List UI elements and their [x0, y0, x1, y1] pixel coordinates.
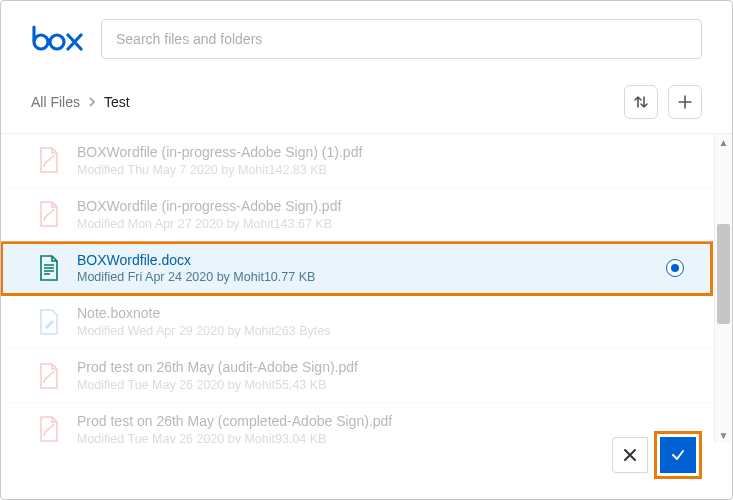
box-logo	[31, 25, 83, 53]
file-row[interactable]: BOXWordfile (in-progress-Adobe Sign).pdf…	[1, 188, 712, 242]
close-icon	[623, 448, 637, 462]
file-meta: Modified Fri Apr 24 2020 by Mohit10.77 K…	[77, 270, 650, 284]
file-icon	[37, 255, 61, 281]
breadcrumb: All Files Test	[31, 94, 130, 110]
file-icon	[37, 416, 61, 442]
file-row-selected[interactable]: BOXWordfile.docxModified Fri Apr 24 2020…	[1, 242, 712, 296]
plus-icon	[677, 94, 693, 110]
file-meta: Modified Mon Apr 27 2020 by Mohit143.67 …	[77, 217, 684, 231]
scroll-up-icon[interactable]: ▲	[715, 134, 732, 150]
svg-point-0	[34, 35, 48, 49]
file-body: Prod test on 26th May (completed-Adobe S…	[77, 413, 684, 443]
file-meta: Modified Thu May 7 2020 by Mohit142.83 K…	[77, 163, 684, 177]
file-list: BOXWordfile (in-progress-Adobe Sign) (1)…	[1, 133, 732, 443]
file-name: BOXWordfile.docx	[77, 252, 650, 269]
confirm-button[interactable]	[660, 437, 696, 473]
file-meta: Modified Tue May 26 2020 by Mohit93.04 K…	[77, 432, 684, 443]
file-meta: Modified Wed Apr 29 2020 by Mohit263 Byt…	[77, 324, 684, 338]
file-icon	[37, 147, 61, 173]
cancel-button[interactable]	[612, 437, 648, 473]
select-radio[interactable]	[666, 259, 684, 277]
scrollbar-thumb[interactable]	[717, 224, 730, 324]
file-name: Prod test on 26th May (completed-Adobe S…	[77, 413, 684, 430]
file-row[interactable]: Prod test on 26th May (audit-Adobe Sign)…	[1, 349, 712, 403]
toolbar: All Files Test	[1, 77, 732, 133]
file-name: BOXWordfile (in-progress-Adobe Sign).pdf	[77, 198, 684, 215]
search-input[interactable]	[101, 19, 702, 59]
file-name: BOXWordfile (in-progress-Adobe Sign) (1)…	[77, 144, 684, 161]
file-body: BOXWordfile (in-progress-Adobe Sign) (1)…	[77, 144, 684, 177]
breadcrumb-current: Test	[104, 94, 130, 110]
scrollbar[interactable]: ▲ ▼	[714, 134, 732, 443]
file-body: BOXWordfile (in-progress-Adobe Sign).pdf…	[77, 198, 684, 231]
file-icon	[37, 363, 61, 389]
file-row[interactable]: Note.boxnoteModified Wed Apr 29 2020 by …	[1, 295, 712, 349]
file-body: BOXWordfile.docxModified Fri Apr 24 2020…	[77, 252, 650, 285]
svg-point-1	[50, 35, 64, 49]
add-button[interactable]	[668, 85, 702, 119]
file-row[interactable]: BOXWordfile (in-progress-Adobe Sign) (1)…	[1, 134, 712, 188]
footer-actions	[612, 431, 702, 479]
file-icon	[37, 201, 61, 227]
file-body: Note.boxnoteModified Wed Apr 29 2020 by …	[77, 305, 684, 338]
breadcrumb-root[interactable]: All Files	[31, 94, 80, 110]
scroll-down-icon[interactable]: ▼	[715, 427, 732, 443]
file-icon	[37, 309, 61, 335]
chevron-right-icon	[88, 97, 96, 107]
file-name: Note.boxnote	[77, 305, 684, 322]
sort-button[interactable]	[624, 85, 658, 119]
file-row[interactable]: Prod test on 26th May (completed-Adobe S…	[1, 403, 712, 443]
sort-icon	[633, 94, 649, 110]
file-body: Prod test on 26th May (audit-Adobe Sign)…	[77, 359, 684, 392]
file-meta: Modified Tue May 26 2020 by Mohit55.43 K…	[77, 378, 684, 392]
check-icon	[670, 447, 686, 463]
header	[1, 1, 732, 77]
confirm-highlight	[654, 431, 702, 479]
file-name: Prod test on 26th May (audit-Adobe Sign)…	[77, 359, 684, 376]
